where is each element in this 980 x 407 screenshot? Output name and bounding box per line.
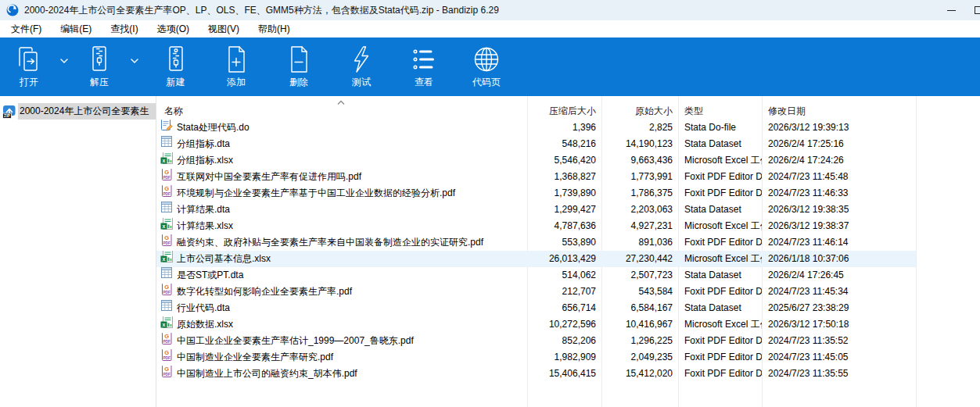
original-size-cell: 10,416,967: [601, 316, 678, 333]
original-size-cell: 9,663,436: [601, 152, 678, 169]
main-area: ZIP 2000-2024年上市公司全要素生 名称 压缩后大小 原始大小 类型 …: [0, 96, 980, 407]
file-type-icon: G PDF: [160, 284, 177, 300]
table-row[interactable]: G PDF 环境规制与企业全要素生产率基于中国工业企业数据的经验分析.pdf 1…: [156, 185, 980, 202]
table-row[interactable]: G PDF 中国制造业企业全要素生产率研究.pdf 1,982,909 2,04…: [156, 349, 980, 366]
delete-files-button[interactable]: 删除: [267, 37, 330, 87]
type-cell: Microsoft Excel 工作表: [678, 251, 762, 267]
modified-date-cell: 2024/7/23 11:45:05: [762, 349, 916, 366]
foxit-pdf-icon: G PDF: [160, 234, 173, 246]
file-type-icon: x: [160, 152, 177, 169]
original-size-cell: 1,786,375: [601, 185, 678, 202]
type-cell: Microsoft Excel 工作表: [678, 152, 762, 169]
modified-date-cell: 2026/1/18 10:37:06: [762, 251, 916, 267]
file-type-icon: [160, 136, 177, 152]
menu-item-options[interactable]: 选项(O): [148, 20, 199, 38]
column-header-original[interactable]: 原始大小: [601, 102, 678, 120]
table-row[interactable]: x 分组指标.xlsx 5,546,420 9,663,436 Microsof…: [156, 152, 980, 169]
svg-text:G: G: [164, 169, 169, 176]
toolbar-collapse-caret[interactable]: [336, 97, 346, 102]
type-cell: Foxit PDF Editor Docu...: [678, 169, 762, 185]
open-button[interactable]: 打开: [5, 37, 52, 87]
file-name-text: 中国工业企业全要素生产率估计_1999—2007_鲁晓东.pdf: [177, 333, 414, 349]
file-name-cell: 分组指标.dta: [156, 136, 527, 152]
tree-item-label: 2000-2024年上市公司全要素生: [18, 103, 156, 120]
table-row[interactable]: G PDF 中国制造业上市公司的融资约束_胡本伟.pdf 15,406,415 …: [156, 366, 980, 382]
open-dropdown-chevron[interactable]: [52, 37, 76, 63]
type-cell: Stata Do-file: [678, 120, 762, 136]
menu-item-edit[interactable]: 编辑(E): [51, 20, 101, 38]
new-archive-icon: [161, 45, 191, 74]
column-header-type[interactable]: 类型: [678, 102, 762, 120]
excel-file-icon: x: [160, 152, 173, 164]
svg-text:PDF: PDF: [163, 373, 171, 377]
table-row[interactable]: 行业代码.dta 656,714 6,584,167 Stata Dataset…: [156, 300, 980, 316]
file-name-cell: x 原始数据.xlsx: [156, 316, 527, 333]
table-row[interactable]: Stata处理代码.do 1,396 2,825 Stata Do-file 2…: [156, 120, 980, 136]
menubar: 文件(F) 编辑(E) 查找(I) 选项(O) 视图(V) 帮助(H): [0, 20, 980, 37]
file-type-icon: x: [160, 218, 177, 234]
view-file-button[interactable]: 查看: [393, 37, 455, 87]
file-name-cell: 计算结果.dta: [156, 202, 527, 218]
minimize-button[interactable]: [939, 0, 963, 20]
file-name-text: 上市公司基本信息.xlsx: [177, 251, 271, 267]
type-cell: Stata Dataset: [678, 136, 762, 152]
table-row[interactable]: G PDF 中国工业企业全要素生产率估计_1999—2007_鲁晓东.pdf 8…: [156, 333, 980, 349]
table-row[interactable]: x 上市公司基本信息.xlsx 26,013,429 27,230,442 Mi…: [156, 251, 980, 267]
compressed-size-cell: 548,216: [527, 136, 601, 152]
table-row[interactable]: 分组指标.dta 548,216 14,190,123 Stata Datase…: [156, 136, 980, 152]
type-cell: Microsoft Excel 工作表: [678, 218, 762, 234]
menu-item-help[interactable]: 帮助(H): [249, 20, 300, 38]
stata-dataset-icon: [160, 136, 173, 148]
file-name-text: 分组指标.dta: [177, 136, 230, 152]
table-row[interactable]: G PDF 互联网对中国全要素生产率有促进作用吗.pdf 1,368,827 1…: [156, 169, 980, 185]
svg-text:G: G: [164, 234, 169, 241]
compressed-size-cell: 1,299,427: [527, 202, 601, 218]
foxit-pdf-icon: G PDF: [160, 284, 173, 295]
svg-text:PDF: PDF: [163, 192, 171, 196]
svg-text:PDF: PDF: [163, 356, 171, 360]
table-row[interactable]: 计算结果.dta 1,299,427 2,203,063 Stata Datas…: [156, 202, 980, 218]
column-header-compressed[interactable]: 压缩后大小: [527, 102, 601, 120]
file-type-icon: G PDF: [160, 349, 177, 366]
menu-item-find[interactable]: 查找(I): [101, 20, 147, 38]
menu-item-view[interactable]: 视图(V): [199, 20, 249, 38]
table-row[interactable]: x 原始数据.xlsx 10,272,596 10,416,967 Micros…: [156, 316, 980, 333]
test-archive-button[interactable]: 测试: [330, 37, 393, 87]
tree-item-archive-root[interactable]: ZIP 2000-2024年上市公司全要素生: [0, 103, 156, 120]
table-row[interactable]: G PDF 融资约束、政府补贴与全要素生产率来自中国装备制造企业的实证研究.pd…: [156, 234, 980, 251]
excel-file-icon: x: [160, 218, 173, 230]
file-name-text: 互联网对中国全要素生产率有促进作用吗.pdf: [177, 169, 361, 185]
original-size-cell: 2,825: [601, 120, 678, 136]
new-archive-button[interactable]: 新建: [146, 37, 205, 87]
file-name-text: 中国制造业上市公司的融资约束_胡本伟.pdf: [177, 366, 357, 382]
extract-icon: [84, 45, 114, 74]
file-name-text: 环境规制与企业全要素生产率基于中国工业企业数据的经验分析.pdf: [177, 185, 455, 202]
modified-date-cell: 2025/6/27 23:38:29: [762, 300, 916, 316]
foxit-pdf-icon: G PDF: [160, 366, 173, 377]
original-size-cell: 2,507,723: [601, 267, 678, 284]
file-name-text: 数字化转型如何影响企业全要素生产率.pdf: [177, 284, 352, 300]
extract-button[interactable]: 解压: [76, 37, 123, 87]
table-row[interactable]: 是否ST或PT.dta 514,062 2,507,723 Stata Data…: [156, 267, 980, 284]
test-archive-icon: [346, 45, 376, 74]
extract-dropdown-chevron[interactable]: [123, 37, 146, 63]
maximize-button[interactable]: [972, 0, 980, 20]
column-header-modified[interactable]: 修改日期: [762, 102, 916, 120]
codepage-button[interactable]: 代码页: [455, 37, 518, 87]
file-name-cell: x 上市公司基本信息.xlsx: [156, 251, 527, 267]
original-size-cell: 14,190,123: [601, 136, 678, 152]
table-row[interactable]: x 计算结果.xlsx 4,787,636 4,927,231 Microsof…: [156, 218, 980, 234]
file-name-cell: G PDF 中国制造业上市公司的融资约束_胡本伟.pdf: [156, 366, 527, 382]
original-size-cell: 6,584,167: [601, 300, 678, 316]
file-name-cell: 行业代码.dta: [156, 300, 527, 316]
add-files-button[interactable]: 添加: [205, 37, 267, 87]
test-archive-label: 测试: [352, 77, 371, 87]
delete-files-label: 删除: [289, 77, 308, 87]
svg-text:x: x: [163, 223, 166, 229]
type-cell: Foxit PDF Editor Docu...: [678, 366, 762, 382]
compressed-size-cell: 15,406,415: [527, 366, 601, 382]
svg-text:PDF: PDF: [163, 340, 171, 344]
table-row[interactable]: G PDF 数字化转型如何影响企业全要素生产率.pdf 212,707 543,…: [156, 284, 980, 300]
menu-item-file[interactable]: 文件(F): [2, 20, 51, 38]
excel-file-icon: x: [160, 251, 173, 262]
